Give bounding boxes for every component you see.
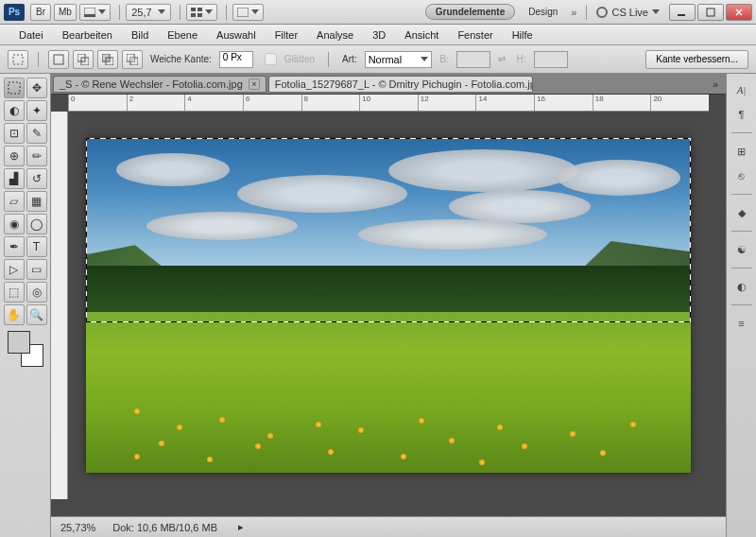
gradient-tool[interactable]: ▦: [26, 191, 47, 212]
status-dok[interactable]: Dok: 10,6 MB/10,6 MB: [112, 522, 217, 533]
menu-bearbeiten[interactable]: Bearbeiten: [53, 29, 122, 41]
color-swatch[interactable]: [8, 331, 43, 367]
svg-rect-2: [191, 8, 196, 11]
character-panel-icon[interactable]: A|: [731, 79, 752, 100]
pen-tool[interactable]: ✒: [4, 236, 25, 257]
grid-icon: [191, 8, 202, 17]
stamp-tool[interactable]: ▟: [4, 168, 25, 189]
svg-rect-5: [198, 13, 202, 17]
move-tool[interactable]: ✥: [26, 78, 47, 98]
doc-tab-1[interactable]: _S - © Rene Wechsler - Fotolia.com.jpg×: [53, 76, 266, 93]
hand-tool[interactable]: ✋: [4, 304, 25, 325]
workspace-more[interactable]: »: [571, 7, 576, 18]
subtract-selection-button[interactable]: [97, 50, 118, 69]
dodge-tool[interactable]: ◯: [26, 214, 47, 234]
brush-tool[interactable]: ✏: [26, 146, 47, 166]
zoom-tool[interactable]: 🔍: [26, 304, 47, 325]
document-tabs: _S - © Rene Wechsler - Fotolia.com.jpg× …: [51, 74, 726, 95]
add-selection-button[interactable]: [73, 50, 94, 69]
arrange-button[interactable]: [186, 4, 217, 21]
eyedropper-tool[interactable]: ✎: [26, 123, 47, 144]
3d-camera-tool[interactable]: ◎: [26, 282, 47, 303]
navigator-panel-icon[interactable]: ⊞: [731, 141, 752, 162]
intersect-selection-button[interactable]: [122, 50, 143, 69]
close-button[interactable]: [726, 4, 752, 21]
svg-rect-4: [191, 13, 196, 17]
heal-tool[interactable]: ⊕: [4, 146, 25, 166]
canvas-area[interactable]: [68, 112, 709, 499]
style-select[interactable]: Normal: [365, 51, 432, 68]
minimize-icon: [678, 8, 687, 17]
height-label: H:: [517, 54, 526, 64]
height-input: [534, 51, 568, 68]
selection-marquee: [86, 138, 691, 322]
workspace-design[interactable]: Design: [519, 5, 567, 19]
type-tool[interactable]: T: [26, 236, 47, 257]
menu-hilfe[interactable]: Hilfe: [503, 29, 542, 41]
menu-fenster[interactable]: Fenster: [448, 29, 502, 41]
adjustments-panel-icon[interactable]: ☯: [731, 239, 752, 260]
bridge-button[interactable]: Br: [30, 4, 51, 21]
svg-rect-3: [198, 8, 202, 11]
toolbox: ✥ ◐ ✦ ⊡ ✎ ⊕ ✏ ▟ ↺ ▱ ▦ ◉ ◯ ✒ T ▷ ▭ ⬚ ◎ ✋ …: [0, 74, 51, 537]
menu-auswahl[interactable]: Auswahl: [207, 29, 266, 41]
3d-tool[interactable]: ⬚: [4, 282, 25, 303]
marquee-tool[interactable]: [4, 78, 25, 98]
right-panel: A| ¶ ⊞ ⎋ ◆ ☯ ◐ ≡: [726, 74, 756, 537]
eraser-tool[interactable]: ▱: [4, 191, 25, 212]
cslive-icon: [596, 7, 608, 18]
new-selection-button[interactable]: [48, 50, 69, 69]
width-label: B:: [439, 54, 448, 64]
menu-ansicht[interactable]: Ansicht: [395, 29, 448, 41]
menu-filter[interactable]: Filter: [266, 29, 307, 41]
layers-panel-icon[interactable]: ◆: [731, 202, 752, 223]
horizontal-ruler: 02 46 810 1214 1618 20: [68, 95, 709, 112]
minimize-button[interactable]: [669, 4, 696, 21]
maximize-icon: [706, 8, 715, 17]
path-select-tool[interactable]: ▷: [4, 259, 25, 280]
status-zoom[interactable]: 25,73%: [60, 522, 95, 533]
titlebar: Ps Br Mb 25,7 Grundelemente Design » CS …: [0, 0, 756, 25]
minibridge-button[interactable]: Mb: [54, 4, 77, 21]
feather-input[interactable]: 0 Px: [219, 51, 253, 68]
svg-rect-17: [130, 58, 134, 61]
history-brush-tool[interactable]: ↺: [26, 168, 47, 189]
maximize-button[interactable]: [697, 4, 724, 21]
lasso-tool[interactable]: ◐: [4, 100, 25, 121]
blur-tool[interactable]: ◉: [4, 214, 25, 234]
options-bar: Weiche Kante: 0 Px Glätten Art: Normal B…: [0, 45, 756, 74]
tool-preset-button[interactable]: [8, 50, 28, 69]
menu-analyse[interactable]: Analyse: [307, 29, 363, 41]
style-label: Art:: [342, 54, 357, 64]
shape-tool[interactable]: ▭: [26, 259, 47, 280]
fg-color[interactable]: [8, 331, 30, 354]
menu-3d[interactable]: 3D: [363, 29, 395, 41]
svg-rect-1: [84, 14, 95, 17]
wand-tool[interactable]: ✦: [26, 100, 47, 121]
width-input: [456, 51, 490, 68]
menu-ebene[interactable]: Ebene: [158, 29, 207, 41]
cslive-label[interactable]: CS Live: [611, 7, 648, 18]
layout-button[interactable]: [79, 4, 111, 21]
menu-datei[interactable]: Datei: [9, 29, 53, 41]
close-tab-icon[interactable]: ×: [249, 78, 260, 90]
workspace-grundelemente[interactable]: Grundelemente: [425, 4, 515, 20]
svg-rect-8: [707, 9, 714, 16]
app-logo: Ps: [4, 4, 25, 21]
zoom-select[interactable]: 25,7: [126, 4, 171, 21]
status-bar: 25,73% Dok: 10,6 MB/10,6 MB ▸: [51, 516, 726, 537]
tabs-more[interactable]: »: [705, 78, 726, 90]
3d-panel-icon[interactable]: ⎋: [731, 165, 752, 186]
channels-panel-icon[interactable]: ◐: [731, 276, 752, 297]
filmstrip-icon: [84, 8, 95, 17]
menu-bild[interactable]: Bild: [122, 29, 158, 41]
document-canvas[interactable]: [86, 138, 691, 473]
svg-rect-6: [237, 8, 249, 17]
sel-add-icon: [77, 54, 89, 65]
paragraph-panel-icon[interactable]: ¶: [731, 104, 752, 125]
screenmode-button[interactable]: [232, 4, 264, 21]
refine-edge-button[interactable]: Kante verbessern...: [645, 50, 748, 69]
styles-panel-icon[interactable]: ≡: [731, 313, 752, 334]
doc-tab-2[interactable]: Fotolia_15279687_L - © Dmitry Pichugin -…: [268, 76, 533, 93]
crop-tool[interactable]: ⊡: [4, 123, 25, 144]
